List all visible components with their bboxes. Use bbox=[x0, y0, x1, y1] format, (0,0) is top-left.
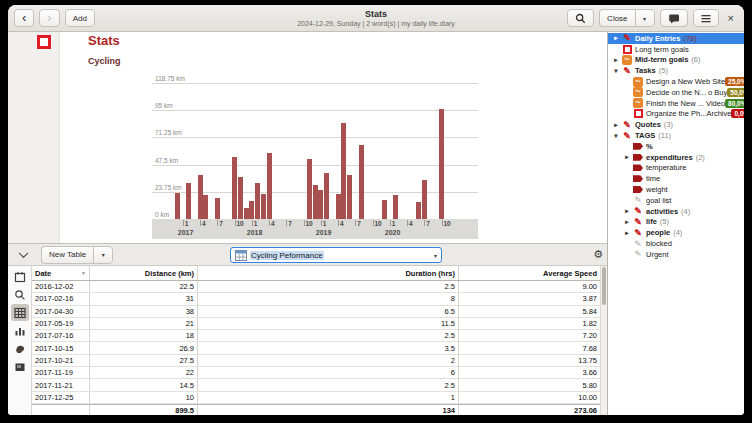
sidebar-item-organize-the-ph-archive[interactable]: Organize the Ph...Archive0,0% bbox=[608, 109, 744, 120]
table-select-combobox[interactable]: Cycling Peformance ▾ bbox=[230, 247, 442, 263]
sidebar-item-weight[interactable]: weight bbox=[608, 184, 744, 195]
search-button[interactable] bbox=[567, 9, 594, 27]
table-cell[interactable]: 2.5 bbox=[198, 281, 459, 292]
sidebar-item-design-a-new-web-site[interactable]: ~Design a New Web Site25,0% bbox=[608, 76, 744, 87]
table-cell[interactable]: 11.5 bbox=[198, 318, 459, 329]
table-cell[interactable]: 27.5 bbox=[90, 355, 198, 366]
table-cell[interactable]: 18 bbox=[90, 330, 198, 341]
scrollbar-thumb[interactable] bbox=[602, 267, 606, 305]
expander-collapsed-icon[interactable]: ▸ bbox=[622, 218, 632, 226]
entry-todo-checkbox[interactable] bbox=[37, 35, 51, 49]
expander-expanded-icon[interactable]: ▾ bbox=[611, 67, 621, 75]
entry-editor[interactable]: Stats Cycling 0 km23.75 km47.5 km71.25 k… bbox=[8, 32, 607, 243]
table-cell[interactable]: 14.5 bbox=[90, 379, 198, 390]
table-cell[interactable]: 5.84 bbox=[459, 306, 600, 317]
table-cell[interactable]: 2 bbox=[198, 355, 459, 366]
table-cell[interactable]: 10 bbox=[90, 392, 198, 403]
table-cell[interactable]: 6 bbox=[198, 367, 459, 378]
table-cell[interactable]: 3.5 bbox=[198, 342, 459, 353]
paint-tool-button[interactable] bbox=[11, 340, 29, 357]
sidebar-item-decide-on-the-n-o-buy[interactable]: ~Decide on the N... o Buy50,0% bbox=[608, 87, 744, 98]
table-row[interactable]: 2017-10-2127.5213.75 bbox=[32, 355, 600, 367]
expander-collapsed-icon[interactable]: ▸ bbox=[611, 34, 621, 42]
sidebar-item-blocked[interactable]: ✎blocked bbox=[608, 238, 744, 249]
table-cell[interactable]: 3.87 bbox=[459, 293, 600, 304]
sidebar-item-goal-list[interactable]: ✎goal list bbox=[608, 195, 744, 206]
table-cell[interactable]: 2017-02-16 bbox=[32, 293, 90, 304]
table-cell[interactable]: 22 bbox=[90, 367, 198, 378]
table-row[interactable]: 2017-11-192263.66 bbox=[32, 367, 600, 379]
back-button[interactable]: ‹ bbox=[14, 9, 34, 27]
sidebar-item-activities[interactable]: ▸✎activities(4) bbox=[608, 206, 744, 217]
add-entry-button[interactable]: Add bbox=[65, 9, 95, 27]
sidebar-item-urgent[interactable]: ✎Urgent bbox=[608, 249, 744, 260]
window-close-button[interactable]: × bbox=[724, 12, 738, 24]
table-row[interactable]: 2017-12-2510110.00 bbox=[32, 392, 600, 404]
sidebar-item-expenditures[interactable]: ▸expenditures(2) bbox=[608, 152, 744, 163]
table-cell[interactable]: 10.00 bbox=[459, 392, 600, 403]
sidebar-item-quotes[interactable]: ▸✎Quotes(3) bbox=[608, 119, 744, 130]
sidebar-item-life[interactable]: ▸✎life(5) bbox=[608, 217, 744, 228]
sidebar-item-temperature[interactable]: temperature bbox=[608, 163, 744, 174]
table-cell[interactable]: 2017-11-19 bbox=[32, 367, 90, 378]
column-header-distance-km[interactable]: Distance (km) bbox=[90, 266, 198, 280]
sidebar-item-tags[interactable]: ▾✎TAGS(11) bbox=[608, 130, 744, 141]
table-cell[interactable]: 1 bbox=[198, 392, 459, 403]
table-cell[interactable]: 38 bbox=[90, 306, 198, 317]
table-cell[interactable]: 31 bbox=[90, 293, 198, 304]
new-table-button[interactable]: New Table bbox=[41, 246, 93, 264]
table-row[interactable]: 2017-11-2114.52.55.80 bbox=[32, 379, 600, 391]
column-header-average-speed[interactable]: Average Speed bbox=[459, 266, 600, 280]
table-cell[interactable]: 8 bbox=[198, 293, 459, 304]
sidebar-item-tasks[interactable]: ▾✎Tasks(5) bbox=[608, 65, 744, 76]
table-settings-button[interactable]: ⚙ bbox=[593, 248, 603, 261]
media-tool-button[interactable] bbox=[11, 358, 29, 375]
table-cell[interactable]: 1.82 bbox=[459, 318, 600, 329]
close-diary-button[interactable]: Close bbox=[599, 9, 634, 27]
table-row[interactable]: 2017-10-1526.93.57.68 bbox=[32, 342, 600, 354]
collapse-pane-button[interactable] bbox=[12, 246, 35, 264]
sidebar-item-time[interactable]: time bbox=[608, 173, 744, 184]
table-cell[interactable]: 2017-11-21 bbox=[32, 379, 90, 390]
expander-collapsed-icon[interactable]: ▸ bbox=[622, 229, 632, 237]
close-dropdown-button[interactable]: ▾ bbox=[635, 9, 655, 27]
table-cell[interactable]: 21 bbox=[90, 318, 198, 329]
table-cell[interactable]: 3.66 bbox=[459, 367, 600, 378]
expander-collapsed-icon[interactable]: ▸ bbox=[622, 153, 632, 161]
column-header-date[interactable]: Date▼ bbox=[32, 266, 90, 280]
table-row[interactable]: 2017-02-163183.87 bbox=[32, 293, 600, 305]
expander-collapsed-icon[interactable]: ▸ bbox=[622, 207, 632, 215]
calendar-tool-button[interactable] bbox=[11, 268, 29, 285]
sidebar-item-finish-the-new-video[interactable]: ~Finish the New ... Video80,0% bbox=[608, 98, 744, 109]
table-cell[interactable]: 13.75 bbox=[459, 355, 600, 366]
table-row[interactable]: 2017-05-192111.51.82 bbox=[32, 318, 600, 330]
table-cell[interactable]: 5.80 bbox=[459, 379, 600, 390]
table-cell[interactable]: 26.9 bbox=[90, 342, 198, 353]
table-row[interactable]: 2016-12-0222.52.59.00 bbox=[32, 281, 600, 293]
table-cell[interactable]: 2017-10-15 bbox=[32, 342, 90, 353]
expander-collapsed-icon[interactable]: ▸ bbox=[611, 56, 621, 64]
table-cell[interactable]: 7.20 bbox=[459, 330, 600, 341]
search-tool-button[interactable] bbox=[11, 286, 29, 303]
table-tool-button[interactable] bbox=[11, 304, 29, 321]
sidebar-item-mid-term-goals[interactable]: ▸~Mid-term goals(6) bbox=[608, 55, 744, 66]
table-cell[interactable]: 2.5 bbox=[198, 379, 459, 390]
table-cell[interactable]: 6.5 bbox=[198, 306, 459, 317]
table-cell[interactable]: 2017-04-30 bbox=[32, 306, 90, 317]
table-row[interactable]: 2017-04-30386.55.84 bbox=[32, 306, 600, 318]
table-cell[interactable]: 2017-12-25 bbox=[32, 392, 90, 403]
table-cell[interactable]: 22.5 bbox=[90, 281, 198, 292]
column-header-duration-hrs[interactable]: Duration (hrs) bbox=[198, 266, 459, 280]
table-row[interactable]: 2017-07-16182.57.20 bbox=[32, 330, 600, 342]
sidebar-item-daily-entries[interactable]: ▸✎Daily Entries(78) bbox=[608, 33, 744, 44]
table-cell[interactable]: 2017-05-19 bbox=[32, 318, 90, 329]
new-table-dropdown-button[interactable]: ▾ bbox=[93, 246, 113, 264]
table-cell[interactable]: 2017-10-21 bbox=[32, 355, 90, 366]
table-cell[interactable]: 7.68 bbox=[459, 342, 600, 353]
sidebar-item-long-term-goals[interactable]: Long term goals bbox=[608, 44, 744, 55]
sidebar-item-%[interactable]: % bbox=[608, 141, 744, 152]
forward-button[interactable]: › bbox=[39, 9, 59, 27]
sidebar-item-people[interactable]: ▸✎people(4) bbox=[608, 227, 744, 238]
expander-collapsed-icon[interactable]: ▸ bbox=[611, 121, 621, 129]
menu-button[interactable] bbox=[693, 9, 719, 27]
